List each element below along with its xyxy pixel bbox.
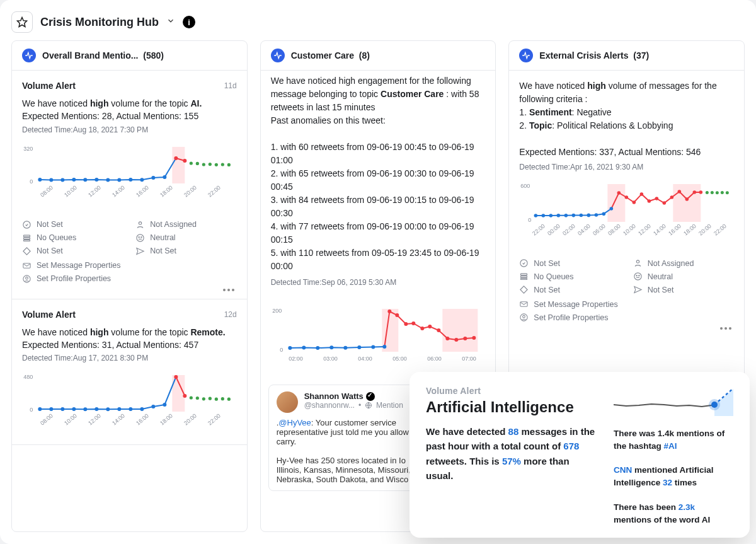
svg-point-152 — [520, 260, 527, 267]
svg-point-132 — [693, 190, 697, 194]
column-count: (37) — [633, 50, 649, 61]
meta-sentiment[interactable]: Neutral — [135, 233, 236, 243]
meta-status[interactable]: Not Set — [519, 258, 620, 268]
svg-text:08:00: 08:00 — [39, 184, 54, 198]
svg-point-9 — [94, 178, 98, 182]
svg-point-58 — [151, 405, 155, 408]
svg-point-14 — [151, 176, 155, 180]
svg-point-117 — [580, 214, 583, 217]
column-header[interactable]: Overall Brand Mentio... (580) — [12, 41, 247, 71]
svg-point-86 — [357, 345, 361, 349]
tag-icon — [519, 285, 529, 294]
svg-point-23 — [221, 163, 224, 166]
set-profile-properties[interactable]: Set Profile Properties — [519, 313, 734, 322]
svg-text:16:00: 16:00 — [668, 223, 683, 236]
svg-rect-109 — [608, 184, 626, 222]
svg-point-8 — [83, 178, 87, 182]
svg-text:00:00: 00:00 — [547, 223, 562, 236]
svg-text:04:00: 04:00 — [577, 223, 592, 236]
volume-alert-popup[interactable]: Volume Alert Artificial Intelligence We … — [410, 372, 750, 538]
svg-point-95 — [437, 328, 440, 332]
svg-point-137 — [721, 191, 724, 194]
svg-text:03:00: 03:00 — [323, 356, 338, 362]
svg-text:22:00: 22:00 — [207, 413, 222, 427]
svg-text:320: 320 — [23, 146, 33, 152]
svg-point-38 — [137, 234, 144, 241]
svg-rect-80 — [442, 309, 478, 352]
meta-queues[interactable]: No Queues — [22, 233, 123, 243]
column-title-text: Customer Care — [291, 50, 354, 61]
svg-point-15 — [163, 175, 166, 179]
svg-text:14:00: 14:00 — [111, 184, 126, 198]
svg-text:10:00: 10:00 — [63, 413, 78, 427]
meta-assignee[interactable]: Not Assigned — [633, 258, 734, 268]
card-meta-grid: Not Set Not Assigned No Queues Neutral N… — [22, 220, 237, 256]
svg-text:12:00: 12:00 — [87, 184, 102, 198]
svg-text:16:00: 16:00 — [135, 413, 150, 427]
mail-icon — [519, 299, 529, 309]
set-message-properties[interactable]: Set Message Properties — [22, 261, 237, 270]
card-title: Volume Alert — [22, 81, 76, 91]
svg-point-89 — [387, 310, 391, 313]
svg-point-157 — [634, 273, 641, 280]
svg-text:10:00: 10:00 — [63, 184, 78, 198]
meta-priority[interactable]: Not Set — [519, 285, 620, 294]
svg-rect-155 — [521, 276, 527, 278]
svg-point-133 — [699, 190, 703, 194]
svg-point-123 — [625, 195, 629, 199]
svg-text:22:00: 22:00 — [207, 184, 222, 198]
svg-point-138 — [726, 191, 729, 194]
meta-sentiment[interactable]: Neutral — [633, 272, 734, 281]
meta-queues[interactable]: No Queues — [519, 272, 620, 281]
svg-point-12 — [129, 178, 132, 182]
svg-point-120 — [602, 212, 606, 216]
title-dropdown[interactable] — [166, 16, 175, 28]
queues-icon — [519, 272, 529, 281]
svg-text:0: 0 — [30, 178, 33, 185]
card-mentions-line: Expected Mentions: 31, Actual Mentions: … — [22, 339, 237, 351]
column-header[interactable]: Customer Care (8) — [261, 41, 496, 71]
svg-point-65 — [209, 397, 212, 400]
favorite-button[interactable] — [11, 11, 33, 33]
svg-point-50 — [60, 407, 64, 411]
svg-point-52 — [83, 407, 87, 411]
chart-volume-ai: 320 0 08:00 10:00 12:00 14:00 16:00 — [20, 139, 239, 211]
svg-point-135 — [711, 191, 714, 194]
svg-point-93 — [420, 327, 424, 330]
card-age: 12d — [224, 310, 237, 319]
card-more-button[interactable] — [519, 322, 734, 332]
profile-icon — [22, 274, 32, 284]
meta-assignee[interactable]: Not Assigned — [135, 220, 236, 229]
svg-point-16 — [174, 156, 178, 160]
meta-send[interactable]: Not Set — [633, 285, 734, 294]
column-title-text: Overall Brand Mentio... — [42, 50, 138, 61]
svg-point-84 — [329, 345, 333, 349]
svg-point-163 — [523, 315, 525, 318]
tweet-mention-link[interactable]: @HyVee — [278, 418, 311, 427]
set-profile-properties[interactable]: Set Profile Properties — [22, 274, 237, 284]
alert-card[interactable]: Volume Alert 12d We have noticed high vo… — [12, 299, 247, 446]
card-title: Volume Alert — [22, 310, 76, 320]
alert-card[interactable]: Volume Alert 11d We have noticed high vo… — [12, 71, 247, 299]
column-header[interactable]: External Crisis Alerts (37) — [509, 41, 744, 71]
set-message-properties[interactable]: Set Message Properties — [519, 299, 734, 309]
svg-point-53 — [94, 407, 98, 411]
info-button[interactable]: i — [183, 16, 195, 28]
svg-point-18 — [190, 161, 193, 165]
svg-point-92 — [411, 321, 415, 325]
svg-point-94 — [428, 325, 432, 328]
svg-point-22 — [215, 163, 218, 166]
svg-point-111 — [534, 214, 538, 217]
meta-send[interactable]: Not Set — [135, 246, 236, 256]
meta-status[interactable]: Not Set — [22, 220, 123, 229]
svg-point-136 — [716, 191, 719, 194]
meta-priority[interactable]: Not Set — [22, 246, 123, 256]
card-more-button[interactable] — [22, 284, 237, 294]
chart-customer-care: 200 0 02:00 03:00 04:00 05:00 06:00 07:0… — [261, 303, 496, 381]
svg-point-119 — [595, 213, 598, 217]
column-title: Overall Brand Mentio... (580) — [42, 50, 164, 61]
svg-point-160 — [638, 275, 639, 276]
pulse-icon — [271, 49, 285, 62]
send-icon — [135, 246, 145, 256]
svg-point-60 — [174, 375, 178, 379]
